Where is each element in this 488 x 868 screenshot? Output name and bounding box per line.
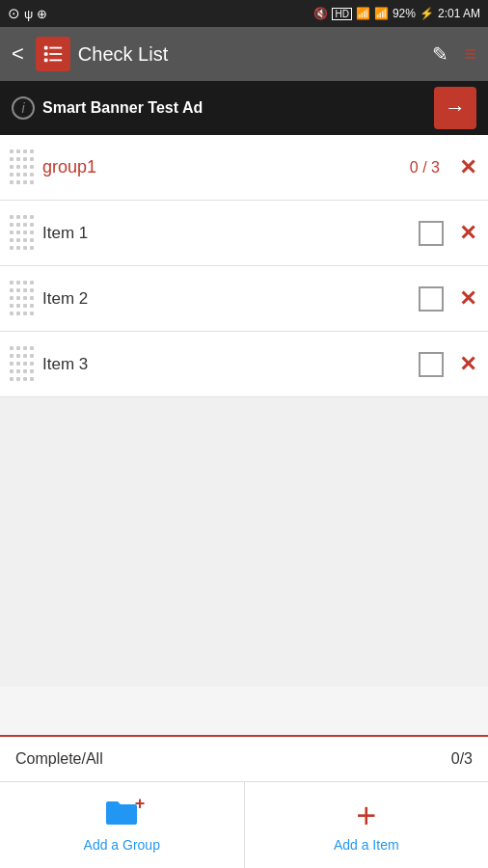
add-item-button[interactable]: + Add a Item — [245, 782, 489, 868]
app-title: Check List — [78, 43, 420, 66]
add-group-plus-icon: + — [135, 794, 146, 814]
empty-area — [0, 397, 488, 687]
complete-all-label: Complete/All — [15, 750, 103, 768]
ad-arrow-button[interactable]: → — [434, 87, 476, 129]
svg-rect-0 — [44, 46, 48, 50]
add-group-icon: + — [104, 798, 139, 833]
mute-icon: 🔇 — [313, 7, 328, 20]
svg-rect-1 — [49, 47, 62, 49]
status-bar: ⊙ ψ ⊕ 🔇 HD 📶 📶 92% ⚡ 2:01 AM — [0, 0, 488, 27]
svg-rect-3 — [49, 53, 62, 55]
wifi-icon: 📶 — [356, 7, 370, 20]
svg-rect-4 — [44, 59, 48, 63]
item-drag-handle-1[interactable] — [8, 214, 35, 253]
battery-level: 92% — [393, 7, 416, 20]
checklist-icon — [42, 43, 64, 65]
ad-info-icon: i — [12, 96, 35, 120]
item-name-1: Item 1 — [42, 224, 411, 243]
status-left-icons: ⊙ ψ ⊕ — [8, 5, 47, 22]
group-delete-button[interactable]: ✕ — [455, 151, 480, 184]
ad-title: Smart Banner Test Ad — [42, 99, 203, 117]
list-item: Item 2 ✕ — [0, 266, 488, 332]
ad-banner: i Smart Banner Test Ad → — [0, 81, 488, 135]
group-count: 0 / 3 — [410, 159, 440, 176]
back-button[interactable]: < — [8, 38, 28, 70]
add-group-button[interactable]: + Add a Group — [0, 782, 245, 868]
arrow-right-icon: → — [445, 95, 466, 121]
bottom-actions: + Add a Group + Add a Item — [0, 781, 488, 868]
status-icon-1: ⊙ — [8, 5, 20, 22]
item-drag-handle-2[interactable] — [8, 280, 35, 318]
status-right-area: 🔇 HD 📶 📶 92% ⚡ 2:01 AM — [313, 7, 480, 20]
complete-all-count: 0/3 — [451, 750, 473, 768]
edit-button[interactable]: ✎ — [428, 39, 452, 69]
list-item: Item 3 ✕ — [0, 332, 488, 397]
status-icon-3: ⊕ — [37, 7, 47, 21]
add-group-label: Add a Group — [84, 837, 160, 853]
app-icon — [36, 37, 70, 71]
add-item-label: Add a Item — [334, 837, 399, 853]
filter-sort-button[interactable]: ≡︎ — [460, 38, 480, 70]
hd-badge: HD — [332, 8, 351, 20]
item-name-3: Item 3 — [42, 355, 411, 374]
ad-info-section: i Smart Banner Test Ad — [12, 96, 203, 120]
svg-rect-5 — [49, 60, 62, 62]
item-checkbox-1[interactable] — [419, 221, 444, 246]
list-content: group1 0 / 3 ✕ Item 1 ✕ — [0, 135, 488, 735]
app-bar: < Check List ✎ ≡︎ — [0, 27, 488, 81]
item-delete-button-2[interactable]: ✕ — [455, 283, 480, 315]
item-name-2: Item 2 — [42, 289, 411, 309]
svg-rect-2 — [44, 52, 48, 56]
item-checkbox-2[interactable] — [419, 286, 444, 312]
add-item-icon: + — [356, 799, 376, 833]
bottom-status-bar: Complete/All 0/3 — [0, 735, 488, 781]
group-name: group1 — [42, 157, 402, 177]
group-drag-handle[interactable] — [8, 149, 35, 187]
item-checkbox-3[interactable] — [419, 352, 444, 377]
item-delete-button-1[interactable]: ✕ — [455, 217, 480, 250]
group-row: group1 0 / 3 ✕ — [0, 135, 488, 201]
item-drag-handle-3[interactable] — [8, 345, 35, 384]
status-icon-2: ψ — [24, 7, 33, 21]
item-delete-button-3[interactable]: ✕ — [455, 348, 480, 381]
list-item: Item 1 ✕ — [0, 201, 488, 266]
battery-charging-icon: ⚡ — [420, 7, 434, 20]
signal-icon: 📶 — [374, 7, 389, 20]
app-bar-actions: ✎ ≡︎ — [428, 38, 480, 70]
clock: 2:01 AM — [438, 7, 480, 20]
